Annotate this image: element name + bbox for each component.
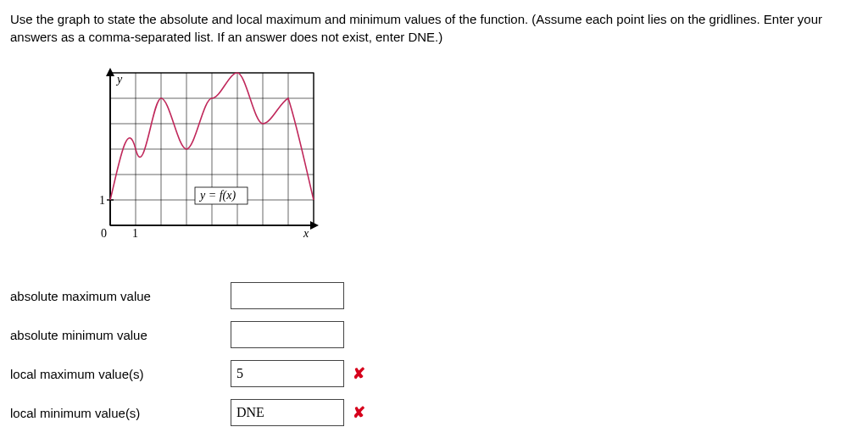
origin-label: 0 — [101, 227, 107, 240]
row-local-max: local maximum value(s) ✘ — [10, 360, 365, 387]
row-absolute-max: absolute maximum value — [10, 282, 365, 309]
row-absolute-min: absolute minimum value — [10, 321, 365, 348]
label-absolute-max: absolute maximum value — [10, 282, 231, 309]
y-axis-label: y — [115, 73, 123, 86]
svg-marker-20 — [310, 221, 319, 230]
x-axis-label: x — [303, 227, 309, 240]
function-label: y = f(x) — [198, 189, 236, 202]
label-absolute-min: absolute minimum value — [10, 321, 231, 348]
wrong-icon: ✘ — [353, 365, 365, 382]
instructions-text: Use the graph to state the absolute and … — [10, 10, 858, 46]
answers-grid: absolute maximum value absolute minimum … — [10, 270, 365, 438]
input-absolute-min[interactable] — [231, 321, 344, 348]
label-local-max: local maximum value(s) — [10, 360, 231, 387]
svg-marker-19 — [106, 68, 114, 76]
row-local-min: local minimum value(s) ✘ — [10, 399, 365, 426]
input-absolute-max[interactable] — [231, 282, 344, 309]
wrong-icon: ✘ — [353, 404, 365, 421]
y-tick-1: 1 — [99, 194, 105, 207]
label-local-min: local minimum value(s) — [10, 399, 231, 426]
input-local-min[interactable] — [231, 399, 344, 426]
input-local-max[interactable] — [231, 360, 344, 387]
x-tick-1: 1 — [132, 227, 138, 240]
function-graph: y = f(x) y x 1 0 1 — [76, 64, 858, 253]
